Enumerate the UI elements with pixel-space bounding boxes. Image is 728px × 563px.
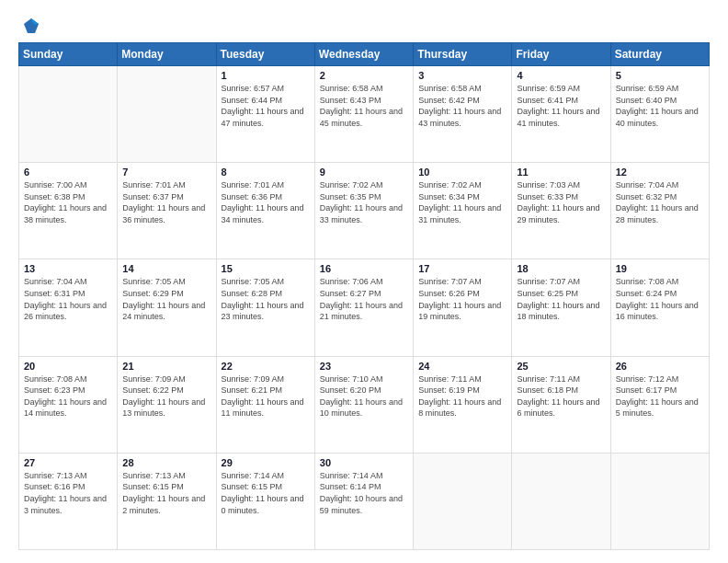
calendar-cell: 20Sunrise: 7:08 AM Sunset: 6:23 PM Dayli… <box>19 356 118 453</box>
day-number: 23 <box>320 361 408 372</box>
weekday-header-monday: Monday <box>118 43 216 66</box>
calendar-cell: 9Sunrise: 7:02 AM Sunset: 6:35 PM Daylig… <box>314 163 413 259</box>
day-info: Sunrise: 7:05 AM Sunset: 6:29 PM Dayligh… <box>122 276 210 322</box>
day-number: 8 <box>222 167 310 178</box>
calendar-cell <box>512 453 610 549</box>
day-info: Sunrise: 7:14 AM Sunset: 6:14 PM Dayligh… <box>320 470 408 516</box>
day-number: 26 <box>616 361 704 372</box>
calendar-cell: 11Sunrise: 7:03 AM Sunset: 6:33 PM Dayli… <box>512 163 610 259</box>
day-info: Sunrise: 7:00 AM Sunset: 6:38 PM Dayligh… <box>24 179 112 225</box>
calendar-cell: 22Sunrise: 7:09 AM Sunset: 6:21 PM Dayli… <box>216 356 314 453</box>
page: SundayMondayTuesdayWednesdayThursdayFrid… <box>0 0 728 563</box>
day-info: Sunrise: 7:05 AM Sunset: 6:28 PM Dayligh… <box>222 276 310 322</box>
day-number: 30 <box>320 457 408 468</box>
day-info: Sunrise: 7:04 AM Sunset: 6:32 PM Dayligh… <box>616 179 704 225</box>
calendar-cell: 1Sunrise: 6:57 AM Sunset: 6:44 PM Daylig… <box>216 66 314 163</box>
weekday-header-sunday: Sunday <box>19 43 118 66</box>
calendar-week-1: 1Sunrise: 6:57 AM Sunset: 6:44 PM Daylig… <box>19 66 710 163</box>
day-number: 11 <box>517 167 605 178</box>
day-info: Sunrise: 7:14 AM Sunset: 6:15 PM Dayligh… <box>222 470 310 516</box>
day-number: 17 <box>418 263 506 274</box>
day-info: Sunrise: 7:01 AM Sunset: 6:37 PM Dayligh… <box>122 179 210 225</box>
calendar-cell: 21Sunrise: 7:09 AM Sunset: 6:22 PM Dayli… <box>118 356 216 453</box>
calendar-cell: 27Sunrise: 7:13 AM Sunset: 6:16 PM Dayli… <box>19 453 118 549</box>
day-number: 4 <box>517 70 605 81</box>
calendar-cell <box>414 453 512 549</box>
day-number: 14 <box>122 263 210 274</box>
logo <box>18 17 40 35</box>
day-info: Sunrise: 7:02 AM Sunset: 6:34 PM Dayligh… <box>418 179 506 225</box>
day-number: 9 <box>320 167 408 178</box>
day-number: 19 <box>616 263 704 274</box>
calendar-cell: 25Sunrise: 7:11 AM Sunset: 6:18 PM Dayli… <box>512 356 610 453</box>
day-number: 6 <box>24 167 112 178</box>
day-info: Sunrise: 7:04 AM Sunset: 6:31 PM Dayligh… <box>24 276 112 322</box>
day-number: 20 <box>24 361 112 372</box>
day-number: 16 <box>320 263 408 274</box>
day-info: Sunrise: 7:12 AM Sunset: 6:17 PM Dayligh… <box>616 373 704 419</box>
calendar-cell: 15Sunrise: 7:05 AM Sunset: 6:28 PM Dayli… <box>216 259 314 356</box>
day-info: Sunrise: 7:08 AM Sunset: 6:23 PM Dayligh… <box>24 373 112 419</box>
day-info: Sunrise: 6:58 AM Sunset: 6:43 PM Dayligh… <box>320 83 408 129</box>
calendar-cell: 29Sunrise: 7:14 AM Sunset: 6:15 PM Dayli… <box>216 453 314 549</box>
day-info: Sunrise: 7:08 AM Sunset: 6:24 PM Dayligh… <box>616 276 704 322</box>
calendar-cell: 19Sunrise: 7:08 AM Sunset: 6:24 PM Dayli… <box>610 259 709 356</box>
calendar-cell: 14Sunrise: 7:05 AM Sunset: 6:29 PM Dayli… <box>118 259 216 356</box>
calendar-cell: 17Sunrise: 7:07 AM Sunset: 6:26 PM Dayli… <box>414 259 512 356</box>
day-info: Sunrise: 6:59 AM Sunset: 6:41 PM Dayligh… <box>517 83 605 129</box>
day-info: Sunrise: 7:03 AM Sunset: 6:33 PM Dayligh… <box>517 179 605 225</box>
day-info: Sunrise: 7:06 AM Sunset: 6:27 PM Dayligh… <box>320 276 408 322</box>
day-info: Sunrise: 6:59 AM Sunset: 6:40 PM Dayligh… <box>616 83 704 129</box>
calendar-body: 1Sunrise: 6:57 AM Sunset: 6:44 PM Daylig… <box>19 66 710 550</box>
day-number: 3 <box>418 70 506 81</box>
day-info: Sunrise: 7:11 AM Sunset: 6:19 PM Dayligh… <box>418 373 506 419</box>
day-number: 28 <box>122 457 210 468</box>
day-number: 21 <box>122 361 210 372</box>
calendar-week-5: 27Sunrise: 7:13 AM Sunset: 6:16 PM Dayli… <box>19 453 710 549</box>
header <box>18 17 710 35</box>
day-number: 25 <box>517 361 605 372</box>
calendar-cell: 4Sunrise: 6:59 AM Sunset: 6:41 PM Daylig… <box>512 66 610 163</box>
calendar-week-2: 6Sunrise: 7:00 AM Sunset: 6:38 PM Daylig… <box>19 163 710 259</box>
day-number: 29 <box>222 457 310 468</box>
calendar-cell: 16Sunrise: 7:06 AM Sunset: 6:27 PM Dayli… <box>314 259 413 356</box>
calendar-cell: 2Sunrise: 6:58 AM Sunset: 6:43 PM Daylig… <box>314 66 413 163</box>
calendar-cell <box>118 66 216 163</box>
calendar-table: SundayMondayTuesdayWednesdayThursdayFrid… <box>18 42 710 550</box>
calendar-cell: 5Sunrise: 6:59 AM Sunset: 6:40 PM Daylig… <box>610 66 709 163</box>
day-info: Sunrise: 7:13 AM Sunset: 6:15 PM Dayligh… <box>122 470 210 516</box>
calendar-cell: 12Sunrise: 7:04 AM Sunset: 6:32 PM Dayli… <box>610 163 709 259</box>
day-info: Sunrise: 7:01 AM Sunset: 6:36 PM Dayligh… <box>222 179 310 225</box>
calendar-cell: 13Sunrise: 7:04 AM Sunset: 6:31 PM Dayli… <box>19 259 118 356</box>
calendar-cell: 23Sunrise: 7:10 AM Sunset: 6:20 PM Dayli… <box>314 356 413 453</box>
day-number: 22 <box>222 361 310 372</box>
day-info: Sunrise: 6:57 AM Sunset: 6:44 PM Dayligh… <box>222 83 310 129</box>
day-number: 12 <box>616 167 704 178</box>
calendar-cell: 7Sunrise: 7:01 AM Sunset: 6:37 PM Daylig… <box>118 163 216 259</box>
day-number: 10 <box>418 167 506 178</box>
weekday-header-thursday: Thursday <box>414 43 512 66</box>
day-number: 15 <box>222 263 310 274</box>
calendar-cell: 6Sunrise: 7:00 AM Sunset: 6:38 PM Daylig… <box>19 163 118 259</box>
day-info: Sunrise: 7:11 AM Sunset: 6:18 PM Dayligh… <box>517 373 605 419</box>
day-number: 27 <box>24 457 112 468</box>
calendar-cell <box>610 453 709 549</box>
day-number: 1 <box>222 70 310 81</box>
day-number: 5 <box>616 70 704 81</box>
day-number: 18 <box>517 263 605 274</box>
day-info: Sunrise: 7:07 AM Sunset: 6:26 PM Dayligh… <box>418 276 506 322</box>
calendar-cell: 28Sunrise: 7:13 AM Sunset: 6:15 PM Dayli… <box>118 453 216 549</box>
calendar-cell: 26Sunrise: 7:12 AM Sunset: 6:17 PM Dayli… <box>610 356 709 453</box>
weekday-header-tuesday: Tuesday <box>216 43 314 66</box>
day-number: 13 <box>24 263 112 274</box>
calendar-week-3: 13Sunrise: 7:04 AM Sunset: 6:31 PM Dayli… <box>19 259 710 356</box>
calendar-cell: 10Sunrise: 7:02 AM Sunset: 6:34 PM Dayli… <box>414 163 512 259</box>
calendar-header: SundayMondayTuesdayWednesdayThursdayFrid… <box>19 43 710 66</box>
day-info: Sunrise: 7:02 AM Sunset: 6:35 PM Dayligh… <box>320 179 408 225</box>
calendar-cell <box>19 66 118 163</box>
calendar-cell: 30Sunrise: 7:14 AM Sunset: 6:14 PM Dayli… <box>314 453 413 549</box>
weekday-header-saturday: Saturday <box>610 43 709 66</box>
day-number: 7 <box>122 167 210 178</box>
calendar-cell: 24Sunrise: 7:11 AM Sunset: 6:19 PM Dayli… <box>414 356 512 453</box>
weekday-header-wednesday: Wednesday <box>314 43 413 66</box>
